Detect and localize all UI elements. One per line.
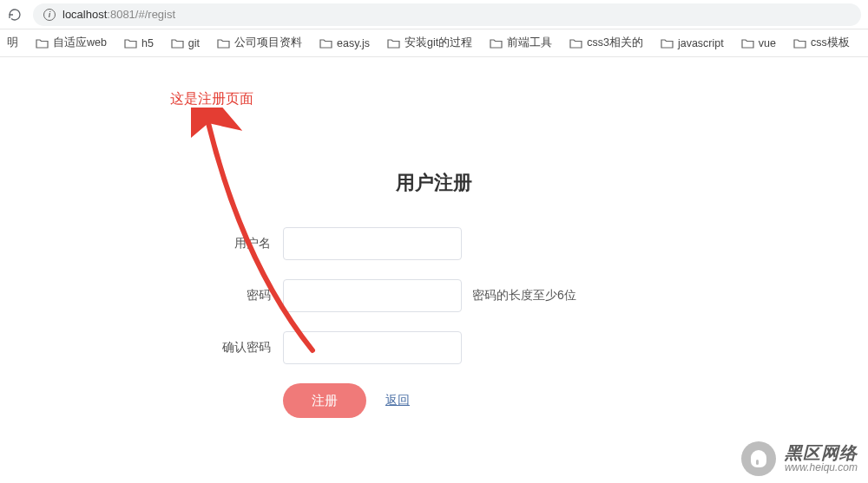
bookmark-label: vue — [759, 37, 776, 49]
confirm-row: 确认密码 — [191, 331, 677, 364]
username-row: 用户名 — [191, 227, 677, 260]
bookmark-item[interactable]: git — [166, 35, 205, 52]
back-link[interactable]: 返回 — [385, 393, 410, 408]
folder-icon — [569, 38, 582, 49]
address-input[interactable]: i localhost:8081/#/regist — [33, 3, 861, 26]
url-path: /#/regist — [135, 8, 175, 21]
watermark-logo-icon — [741, 441, 776, 476]
bookmark-label: css3相关的 — [587, 36, 643, 50]
bookmark-label: 前端工具 — [507, 36, 552, 50]
bookmark-label: javascript — [678, 37, 724, 49]
password-label: 密码 — [191, 288, 283, 304]
bookmark-item[interactable]: h5 — [119, 35, 159, 52]
folder-icon — [793, 38, 806, 49]
folder-icon — [36, 38, 49, 49]
folder-icon — [387, 38, 400, 49]
bookmark-item[interactable]: vue — [736, 35, 781, 52]
bookmark-label: git — [188, 37, 200, 49]
folder-icon — [217, 38, 230, 49]
bookmark-item[interactable]: 明 — [7, 33, 23, 53]
bookmark-item[interactable]: css3相关的 — [564, 33, 648, 53]
confirm-input[interactable] — [283, 331, 462, 364]
bookmark-item[interactable]: easy.js — [314, 35, 375, 52]
folder-icon — [741, 38, 754, 49]
password-hint: 密码的长度至少6位 — [472, 288, 576, 304]
bookmarks-bar: 明 自适应web h5 git 公司项目资料 easy.js 安装git的过程 … — [0, 29, 868, 57]
folder-icon — [490, 38, 503, 49]
password-input[interactable] — [283, 279, 462, 312]
browser-address-bar: i localhost:8081/#/regist — [0, 0, 868, 29]
username-input[interactable] — [283, 227, 462, 260]
bookmark-label: 明 — [7, 36, 18, 50]
watermark: 黑区网络 www.heiqu.com — [741, 441, 858, 476]
url-port: :8081 — [107, 8, 135, 21]
confirm-label: 确认密码 — [191, 340, 283, 356]
form-title: 用户注册 — [191, 170, 677, 196]
bookmark-item[interactable]: 自适应web — [30, 33, 112, 53]
bookmark-label: easy.js — [337, 37, 370, 49]
watermark-text: 黑区网络 www.heiqu.com — [785, 443, 858, 473]
bookmark-label: h5 — [141, 37, 154, 49]
folder-icon — [661, 38, 674, 49]
bookmark-label: 公司项目资料 — [234, 36, 302, 50]
folder-icon — [124, 38, 137, 49]
watermark-en: www.heiqu.com — [785, 462, 858, 473]
submit-button[interactable]: 注册 — [283, 383, 366, 418]
register-form: 用户注册 用户名 密码 密码的长度至少6位 确认密码 注册 返回 — [191, 83, 677, 418]
bookmark-label: 自适应web — [53, 36, 107, 50]
folder-icon — [319, 38, 332, 49]
bookmark-item[interactable]: css模板 — [788, 33, 855, 53]
site-info-icon[interactable]: i — [43, 9, 56, 21]
bookmark-item[interactable]: 公司项目资料 — [212, 33, 307, 53]
bookmark-item[interactable]: 前端工具 — [484, 33, 557, 53]
watermark-cn: 黑区网络 — [785, 443, 858, 462]
form-actions: 注册 返回 — [191, 383, 677, 418]
reload-icon[interactable] — [7, 7, 23, 23]
username-label: 用户名 — [191, 236, 283, 251]
annotation-note: 这是注册页面 — [170, 90, 253, 108]
folder-icon — [171, 38, 184, 49]
password-row: 密码 密码的长度至少6位 — [191, 279, 677, 312]
url-host: localhost — [62, 8, 107, 21]
bookmark-item[interactable]: 安装git的过程 — [382, 33, 477, 53]
page-content: 这是注册页面 用户注册 用户名 密码 密码的长度至少6位 确认密码 注册 返回 — [0, 57, 868, 418]
bookmark-label: css模板 — [811, 36, 850, 50]
bookmark-label: 安装git的过程 — [404, 36, 472, 50]
bookmark-item[interactable]: javascript — [655, 35, 729, 52]
